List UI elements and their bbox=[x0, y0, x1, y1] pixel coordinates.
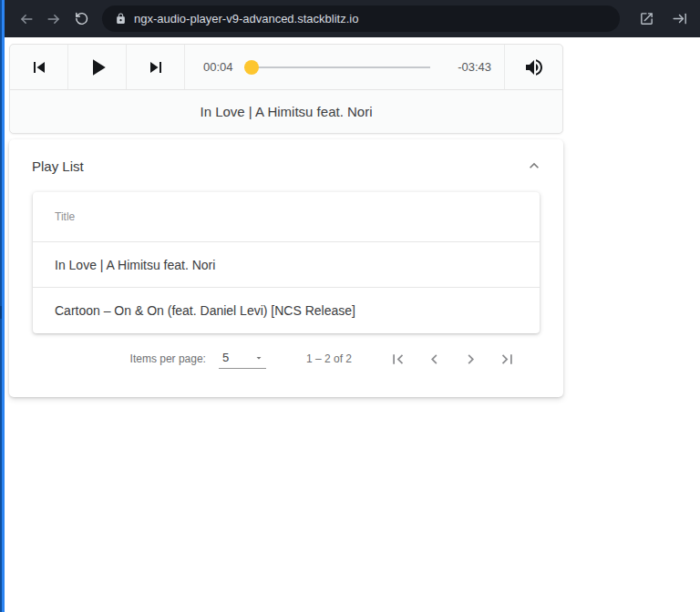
arrow-right-icon bbox=[45, 10, 63, 28]
reload-icon bbox=[73, 10, 90, 27]
items-per-page-label: Items per page: bbox=[130, 352, 206, 365]
page-range-label: 1 – 2 of 2 bbox=[306, 352, 352, 365]
skip-previous-icon bbox=[28, 56, 50, 78]
playlist-panel: Play List Title In Love | A Himitsu feat… bbox=[9, 139, 563, 397]
track-title-cell: Cartoon – On & On (feat. Daniel Levi) [N… bbox=[55, 303, 355, 318]
arrow-left-icon bbox=[17, 10, 36, 28]
previous-page-button[interactable] bbox=[416, 341, 452, 377]
remaining-time: -03:43 bbox=[458, 60, 491, 74]
player-controls: 00:04 -03:43 bbox=[10, 45, 562, 89]
current-time: 00:04 bbox=[203, 60, 233, 74]
resizer-handle[interactable] bbox=[0, 306, 2, 319]
page-size-select[interactable]: 5 bbox=[219, 349, 266, 369]
next-track-button[interactable] bbox=[127, 45, 185, 89]
paginator: Items per page: 5 1 – 2 of 2 bbox=[33, 335, 540, 382]
slider-thumb[interactable] bbox=[244, 60, 259, 75]
arrow-to-bar-icon bbox=[671, 10, 688, 27]
last-page-button[interactable] bbox=[489, 341, 525, 377]
playlist-header[interactable]: Play List bbox=[9, 139, 563, 192]
audio-player: 00:04 -03:43 In Love | A Himitsu feat. N… bbox=[9, 44, 563, 134]
chevron-right-icon bbox=[461, 350, 480, 369]
play-button[interactable] bbox=[68, 45, 127, 89]
play-icon bbox=[84, 54, 111, 81]
pane-resizer[interactable] bbox=[0, 0, 5, 612]
collapse-chevron-icon bbox=[525, 157, 543, 175]
seek-slider[interactable] bbox=[244, 58, 448, 76]
first-page-button[interactable] bbox=[379, 341, 416, 377]
skip-next-icon bbox=[145, 56, 167, 78]
lock-icon bbox=[115, 13, 127, 25]
browser-reload-button[interactable] bbox=[67, 5, 95, 33]
chevron-left-icon bbox=[425, 350, 444, 369]
now-playing-title: In Love | A Himitsu feat. Nori bbox=[10, 89, 562, 133]
previous-track-button[interactable] bbox=[10, 45, 68, 89]
open-in-new-icon bbox=[639, 11, 654, 26]
track-title-cell: In Love | A Himitsu feat. Nori bbox=[55, 258, 215, 272]
table-row[interactable]: Cartoon – On & On (feat. Daniel Levi) [N… bbox=[33, 288, 540, 333]
next-page-button[interactable] bbox=[452, 341, 489, 377]
browser-back-button[interactable] bbox=[13, 5, 40, 33]
table-row[interactable]: In Love | A Himitsu feat. Nori bbox=[33, 242, 540, 288]
url-text: ngx-audio-player-v9-advanced.stackblitz.… bbox=[134, 12, 358, 26]
playlist-table: Title In Love | A Himitsu feat. Nori Car… bbox=[33, 192, 540, 333]
table-header-row: Title bbox=[33, 192, 540, 242]
playlist-title: Play List bbox=[32, 158, 84, 174]
column-header-title: Title bbox=[55, 210, 75, 223]
volume-button[interactable] bbox=[504, 45, 562, 89]
browser-forward-button[interactable] bbox=[40, 5, 67, 33]
last-page-icon bbox=[498, 350, 517, 369]
app-page: 00:04 -03:43 In Love | A Himitsu feat. N… bbox=[0, 37, 700, 397]
dropdown-arrow-icon bbox=[253, 352, 264, 363]
slider-track bbox=[244, 66, 431, 68]
dock-preview-button[interactable] bbox=[665, 5, 693, 33]
browser-toolbar: ngx-audio-player-v9-advanced.stackblitz.… bbox=[0, 0, 700, 37]
url-bar[interactable]: ngx-audio-player-v9-advanced.stackblitz.… bbox=[102, 5, 620, 32]
open-in-new-window-button[interactable] bbox=[633, 5, 660, 33]
seek-section: 00:04 -03:43 bbox=[185, 45, 504, 89]
volume-up-icon bbox=[523, 56, 545, 78]
page-size-value: 5 bbox=[222, 351, 229, 364]
first-page-icon bbox=[388, 350, 407, 369]
